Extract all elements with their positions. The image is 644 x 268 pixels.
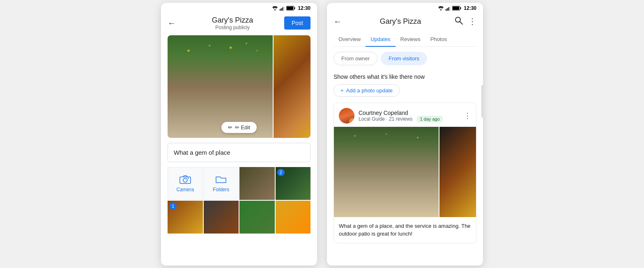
svg-rect-1 (280, 9, 281, 11)
local-guide-badge: + (350, 119, 354, 124)
photo-side (274, 35, 310, 138)
svg-rect-2 (281, 8, 282, 11)
media-thumb-5[interactable] (239, 201, 275, 234)
left-phone: 12:30 ← Gary's Pizza Posting publicly Po… (161, 3, 317, 266)
camera-option[interactable]: Camera (168, 167, 203, 200)
media-thumb-3[interactable]: 1 (168, 201, 203, 234)
svg-rect-12 (446, 9, 446, 11)
review-photos (334, 127, 476, 217)
review-more-icon[interactable]: ⋮ (464, 111, 471, 120)
header-title-section-left: Gary's Pizza Posting publicly (181, 16, 284, 30)
search-icon[interactable] (454, 16, 463, 27)
svg-rect-17 (460, 7, 461, 9)
svg-point-0 (274, 9, 276, 10)
badge-2: 2 (277, 169, 285, 176)
scroll-indicator (481, 85, 483, 118)
text-input-value: What a gem of place (174, 149, 230, 156)
review-photo-main-inner (334, 127, 439, 217)
section-subtitle: Show others what it's like there now (334, 73, 476, 80)
svg-line-20 (460, 21, 463, 24)
status-bar-left: 12:30 (161, 3, 317, 13)
media-thumb-4[interactable] (204, 201, 239, 234)
page-title-left: Gary's Pizza (181, 16, 284, 25)
sub-tab-from-visitors[interactable]: From visitors (381, 52, 427, 65)
time-right: 12:30 (464, 5, 476, 11)
camera-icon (179, 174, 191, 184)
photo-main-inner (168, 35, 273, 138)
media-picker: Camera Folders 2 1 (168, 167, 310, 234)
wifi-icon-right (438, 6, 444, 11)
tabs: Overview Updates Reviews Photos (334, 32, 476, 47)
tab-overview[interactable]: Overview (334, 32, 366, 46)
svg-rect-14 (448, 7, 449, 11)
svg-rect-7 (287, 7, 293, 10)
text-input-area[interactable]: What a gem of place (168, 143, 310, 162)
badge-1: 1 (169, 202, 177, 210)
tab-updates[interactable]: Updates (366, 32, 395, 46)
page-title-right: Gary's Pizza (347, 17, 454, 26)
camera-label: Camera (176, 187, 194, 192)
sub-tab-from-owner[interactable]: From owner (334, 52, 377, 65)
folders-label: Folders (213, 187, 229, 192)
right-phone: 12:30 ← Gary's Pizza ⋮ Overview Updates … (327, 3, 483, 266)
back-button-left[interactable]: ← (168, 18, 176, 28)
media-thumb-6[interactable] (276, 201, 311, 234)
photo-side-inner (274, 35, 310, 138)
reviewer-info: Courtney Copeland Local Guide · 21 revie… (359, 110, 460, 122)
time-badge: 1 day ago (416, 116, 443, 122)
review-text: What a gem of a place, and the service i… (334, 217, 476, 243)
add-photo-update-button[interactable]: + Add a photo update (334, 84, 400, 97)
review-card: + Courtney Copeland Local Guide · 21 rev… (334, 103, 476, 243)
photo-main (168, 35, 273, 138)
status-bar-right: 12:30 (327, 3, 483, 13)
edit-button[interactable]: ✏ ✏ Edit (221, 122, 257, 133)
wifi-icon-left (272, 6, 278, 11)
review-photo-side (439, 127, 476, 217)
edit-label: ✏ Edit (235, 124, 250, 131)
back-button-right[interactable]: ← (334, 17, 342, 26)
svg-rect-15 (449, 7, 450, 11)
time-left: 12:30 (298, 5, 310, 11)
reviewer-name: Courtney Copeland (359, 110, 460, 116)
photo-area: ✏ ✏ Edit (168, 35, 310, 138)
page-subtitle-left: Posting publicly (181, 25, 284, 30)
post-button[interactable]: Post (284, 16, 310, 30)
app-header-right: ← Gary's Pizza ⋮ (327, 13, 483, 32)
reviewer-meta: Local Guide · 21 reviews 1 day ago (359, 116, 460, 122)
add-photo-label: Add a photo update (346, 87, 393, 94)
svg-rect-13 (447, 8, 448, 11)
review-header: + Courtney Copeland Local Guide · 21 rev… (334, 103, 476, 127)
signal-icon-left (280, 6, 285, 11)
header-icons-right: ⋮ (454, 16, 476, 27)
signal-icons-right (438, 6, 461, 11)
updates-section: Show others what it's like there now + A… (327, 70, 483, 247)
svg-rect-6 (294, 7, 295, 9)
review-photo-main (334, 127, 439, 217)
reviewer-meta-text: Local Guide · 21 reviews (359, 116, 412, 122)
media-thumb-1[interactable] (239, 167, 275, 200)
more-vert-icon[interactable]: ⋮ (468, 16, 476, 26)
app-header-left: ← Gary's Pizza Posting publicly Post (161, 13, 317, 35)
avatar: + (339, 108, 354, 124)
svg-rect-4 (283, 7, 284, 11)
svg-rect-10 (188, 178, 189, 179)
plus-icon: + (340, 87, 344, 94)
svg-point-11 (440, 9, 442, 10)
folder-icon (215, 174, 227, 184)
battery-icon-left (286, 6, 295, 11)
tab-reviews[interactable]: Reviews (396, 32, 426, 46)
svg-rect-3 (282, 7, 283, 11)
media-thumb-2[interactable]: 2 (276, 167, 311, 200)
signal-icon-right (446, 6, 451, 11)
sub-tabs: From owner From visitors (334, 52, 476, 65)
header-title-section-right: Gary's Pizza (347, 17, 454, 26)
battery-icon-right (452, 6, 461, 11)
folders-option[interactable]: Folders (204, 167, 239, 200)
edit-icon: ✏ (228, 124, 232, 131)
svg-rect-18 (453, 7, 459, 10)
tab-photos[interactable]: Photos (426, 32, 452, 46)
signal-icons-left (272, 6, 295, 11)
